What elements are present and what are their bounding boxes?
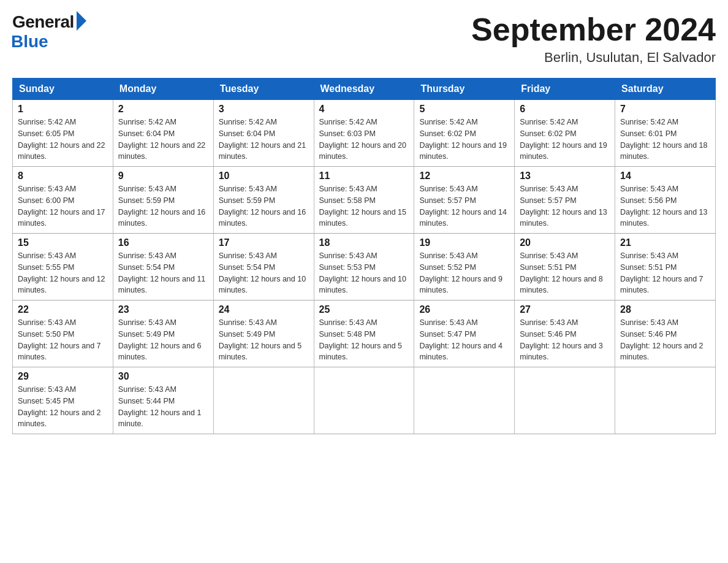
day-number: 11: [319, 170, 409, 182]
day-info: Sunrise: 5:43 AMSunset: 5:50 PMDaylight:…: [18, 317, 108, 363]
calendar-cell: 20Sunrise: 5:43 AMSunset: 5:51 PMDayligh…: [515, 234, 615, 301]
day-number: 30: [118, 371, 208, 382]
day-number: 9: [118, 170, 208, 182]
calendar-cell: 13Sunrise: 5:43 AMSunset: 5:57 PMDayligh…: [515, 167, 615, 234]
day-number: 22: [18, 304, 108, 315]
calendar-cell: 4Sunrise: 5:42 AMSunset: 6:03 PMDaylight…: [314, 100, 414, 167]
calendar-cell: 11Sunrise: 5:43 AMSunset: 5:58 PMDayligh…: [314, 167, 414, 234]
day-info: Sunrise: 5:43 AMSunset: 5:49 PMDaylight:…: [219, 317, 309, 363]
day-number: 28: [620, 304, 710, 315]
header-monday: Monday: [113, 79, 213, 100]
logo: General Blue: [12, 12, 86, 52]
location-subtitle: Berlin, Usulutan, El Salvador: [471, 50, 716, 66]
calendar-cell: [615, 367, 716, 434]
month-year-title: September 2024: [471, 12, 716, 47]
day-number: 18: [319, 237, 409, 248]
header-tuesday: Tuesday: [213, 79, 314, 100]
day-number: 3: [219, 104, 309, 115]
calendar-cell: 21Sunrise: 5:43 AMSunset: 5:51 PMDayligh…: [615, 234, 716, 301]
day-info: Sunrise: 5:43 AMSunset: 5:55 PMDaylight:…: [18, 250, 108, 296]
day-info: Sunrise: 5:43 AMSunset: 5:56 PMDaylight:…: [620, 183, 710, 229]
title-area: September 2024 Berlin, Usulutan, El Salv…: [471, 12, 716, 66]
day-info: Sunrise: 5:42 AMSunset: 6:01 PMDaylight:…: [620, 117, 710, 163]
calendar-cell: 23Sunrise: 5:43 AMSunset: 5:49 PMDayligh…: [113, 301, 213, 367]
header-saturday: Saturday: [615, 79, 716, 100]
day-info: Sunrise: 5:42 AMSunset: 6:03 PMDaylight:…: [319, 117, 409, 163]
day-info: Sunrise: 5:43 AMSunset: 5:57 PMDaylight:…: [419, 183, 509, 229]
day-number: 2: [118, 104, 208, 115]
calendar-cell: [515, 367, 615, 434]
day-number: 8: [18, 170, 108, 182]
calendar-cell: 24Sunrise: 5:43 AMSunset: 5:49 PMDayligh…: [213, 301, 314, 367]
day-number: 17: [219, 237, 309, 248]
day-number: 24: [219, 304, 309, 315]
calendar-cell: 10Sunrise: 5:43 AMSunset: 5:59 PMDayligh…: [213, 167, 314, 234]
day-info: Sunrise: 5:43 AMSunset: 5:58 PMDaylight:…: [319, 183, 409, 229]
day-info: Sunrise: 5:42 AMSunset: 6:04 PMDaylight:…: [118, 117, 208, 163]
day-info: Sunrise: 5:43 AMSunset: 5:47 PMDaylight:…: [419, 317, 509, 363]
day-info: Sunrise: 5:42 AMSunset: 6:04 PMDaylight:…: [219, 117, 309, 163]
calendar-cell: 19Sunrise: 5:43 AMSunset: 5:52 PMDayligh…: [414, 234, 515, 301]
calendar-week-3: 15Sunrise: 5:43 AMSunset: 5:55 PMDayligh…: [13, 234, 716, 301]
calendar-week-4: 22Sunrise: 5:43 AMSunset: 5:50 PMDayligh…: [13, 301, 716, 367]
day-info: Sunrise: 5:43 AMSunset: 5:51 PMDaylight:…: [520, 250, 610, 296]
header-thursday: Thursday: [414, 79, 515, 100]
day-info: Sunrise: 5:43 AMSunset: 5:51 PMDaylight:…: [620, 250, 710, 296]
calendar-cell: 16Sunrise: 5:43 AMSunset: 5:54 PMDayligh…: [113, 234, 213, 301]
day-number: 16: [118, 237, 208, 248]
day-info: Sunrise: 5:42 AMSunset: 6:05 PMDaylight:…: [18, 117, 108, 163]
calendar-week-2: 8Sunrise: 5:43 AMSunset: 6:00 PMDaylight…: [13, 167, 716, 234]
day-number: 13: [520, 170, 610, 182]
calendar-cell: 7Sunrise: 5:42 AMSunset: 6:01 PMDaylight…: [615, 100, 716, 167]
day-number: 14: [620, 170, 710, 182]
calendar-cell: 28Sunrise: 5:43 AMSunset: 5:46 PMDayligh…: [615, 301, 716, 367]
calendar-cell: [414, 367, 515, 434]
day-number: 23: [118, 304, 208, 315]
calendar-cell: 18Sunrise: 5:43 AMSunset: 5:53 PMDayligh…: [314, 234, 414, 301]
calendar-cell: [213, 367, 314, 434]
calendar-cell: 2Sunrise: 5:42 AMSunset: 6:04 PMDaylight…: [113, 100, 213, 167]
day-info: Sunrise: 5:43 AMSunset: 5:57 PMDaylight:…: [520, 183, 610, 229]
day-number: 19: [419, 237, 509, 248]
day-info: Sunrise: 5:42 AMSunset: 6:02 PMDaylight:…: [419, 117, 509, 163]
day-number: 20: [520, 237, 610, 248]
calendar-cell: 14Sunrise: 5:43 AMSunset: 5:56 PMDayligh…: [615, 167, 716, 234]
day-number: 21: [620, 237, 710, 248]
day-number: 7: [620, 104, 710, 115]
calendar-cell: 22Sunrise: 5:43 AMSunset: 5:50 PMDayligh…: [13, 301, 113, 367]
day-number: 5: [419, 104, 509, 115]
day-info: Sunrise: 5:43 AMSunset: 5:54 PMDaylight:…: [219, 250, 309, 296]
day-number: 15: [18, 237, 108, 248]
day-number: 6: [520, 104, 610, 115]
calendar-cell: [314, 367, 414, 434]
day-info: Sunrise: 5:43 AMSunset: 5:48 PMDaylight:…: [319, 317, 409, 363]
day-number: 29: [18, 371, 108, 382]
day-info: Sunrise: 5:43 AMSunset: 5:49 PMDaylight:…: [118, 317, 208, 363]
calendar-cell: 8Sunrise: 5:43 AMSunset: 6:00 PMDaylight…: [13, 167, 113, 234]
day-info: Sunrise: 5:43 AMSunset: 5:59 PMDaylight:…: [219, 183, 309, 229]
page-header: General Blue September 2024 Berlin, Usul…: [12, 12, 716, 66]
calendar-cell: 6Sunrise: 5:42 AMSunset: 6:02 PMDaylight…: [515, 100, 615, 167]
day-info: Sunrise: 5:42 AMSunset: 6:02 PMDaylight:…: [520, 117, 610, 163]
calendar-cell: 12Sunrise: 5:43 AMSunset: 5:57 PMDayligh…: [414, 167, 515, 234]
logo-general-text: General: [12, 12, 74, 32]
calendar-cell: 15Sunrise: 5:43 AMSunset: 5:55 PMDayligh…: [13, 234, 113, 301]
calendar-week-1: 1Sunrise: 5:42 AMSunset: 6:05 PMDaylight…: [13, 100, 716, 167]
calendar-cell: 9Sunrise: 5:43 AMSunset: 5:59 PMDaylight…: [113, 167, 213, 234]
day-number: 27: [520, 304, 610, 315]
calendar-cell: 1Sunrise: 5:42 AMSunset: 6:05 PMDaylight…: [13, 100, 113, 167]
day-info: Sunrise: 5:43 AMSunset: 5:46 PMDaylight:…: [520, 317, 610, 363]
day-number: 10: [219, 170, 309, 182]
day-info: Sunrise: 5:43 AMSunset: 5:46 PMDaylight:…: [620, 317, 710, 363]
day-number: 12: [419, 170, 509, 182]
header-wednesday: Wednesday: [314, 79, 414, 100]
calendar-cell: 30Sunrise: 5:43 AMSunset: 5:44 PMDayligh…: [113, 367, 213, 434]
header-sunday: Sunday: [13, 79, 113, 100]
day-info: Sunrise: 5:43 AMSunset: 5:45 PMDaylight:…: [18, 384, 108, 430]
day-number: 1: [18, 104, 108, 115]
calendar-cell: 5Sunrise: 5:42 AMSunset: 6:02 PMDaylight…: [414, 100, 515, 167]
day-info: Sunrise: 5:43 AMSunset: 5:54 PMDaylight:…: [118, 250, 208, 296]
day-number: 25: [319, 304, 409, 315]
day-number: 4: [319, 104, 409, 115]
day-info: Sunrise: 5:43 AMSunset: 5:52 PMDaylight:…: [419, 250, 509, 296]
